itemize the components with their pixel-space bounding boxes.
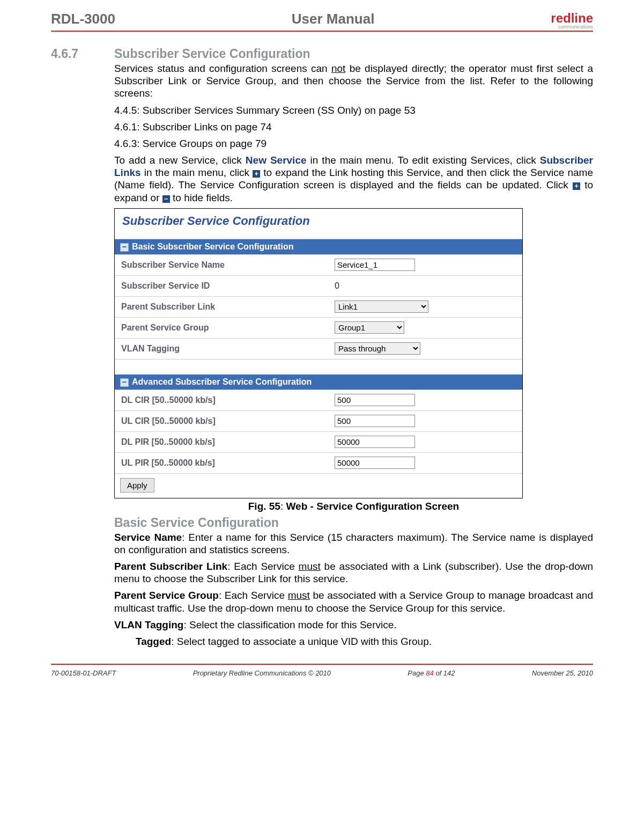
screenshot-title: Subscriber Service Configuration — [115, 209, 522, 239]
label-parent-link-desc: Parent Subscriber Link — [114, 561, 227, 572]
row-vlan-tagging: VLAN Tagging Pass through — [115, 338, 522, 359]
underline-must: must — [288, 590, 310, 601]
ref-line-2: 4.6.1: Subscriber Links on page 74 — [114, 121, 593, 133]
header-model: RDL-3000 — [51, 11, 115, 27]
section-gap — [115, 359, 522, 375]
ref-line-1: 4.4.5: Subscriber Services Summary Scree… — [114, 104, 593, 116]
advanced-section-header[interactable]: −Advanced Subscriber Service Configurati… — [115, 375, 522, 390]
footer-docnum: 70-00158-01-DRAFT — [51, 669, 116, 677]
footer-page: Page 84 of 142 — [408, 669, 455, 677]
apply-button[interactable]: Apply — [120, 478, 154, 493]
input-dl-pir[interactable] — [335, 436, 415, 448]
paragraph-instructions: To add a new Service, click New Service … — [114, 154, 593, 204]
label-service-id: Subscriber Service ID — [115, 278, 331, 294]
text: : Each Service — [219, 590, 288, 601]
text: : Select tagged to associate a unique VI… — [171, 636, 432, 647]
para-parent-group: Parent Service Group: Each Service must … — [114, 589, 593, 614]
section-number: 4.6.7 — [51, 47, 114, 61]
select-parent-group[interactable]: Group1 — [335, 321, 404, 334]
input-ul-cir[interactable] — [335, 415, 415, 427]
label-tagged: Tagged — [136, 636, 171, 647]
label-parent-link: Parent Subscriber Link — [115, 299, 331, 315]
input-service-name[interactable] — [335, 259, 415, 271]
row-dl-cir: DL CIR [50..50000 kb/s] — [115, 390, 522, 410]
text: : Enter a name for this Service (15 char… — [114, 532, 593, 555]
label-vlan-desc: VLAN Tagging — [114, 619, 183, 630]
minus-icon: − — [162, 195, 170, 203]
ref-line-3: 4.6.3: Service Groups on page 79 — [114, 137, 593, 150]
row-parent-group: Parent Service Group Group1 — [115, 317, 522, 338]
para-parent-link: Parent Subscriber Link: Each Service mus… — [114, 560, 593, 585]
select-vlan-tagging[interactable]: Pass through — [335, 342, 420, 355]
collapse-icon[interactable]: − — [120, 378, 129, 387]
text: to hide fields. — [170, 192, 233, 203]
underline-must: must — [299, 561, 321, 572]
text: : — [280, 501, 286, 512]
label-dl-cir: DL CIR [50..50000 kb/s] — [115, 392, 331, 408]
section-title: Subscriber Service Configuration — [114, 47, 310, 61]
link-new-service: New Service — [246, 155, 307, 166]
text: of 142 — [434, 669, 455, 677]
subheading-basic: Basic Service Configuration — [114, 516, 593, 530]
footer-copyright: Proprietary Redline Communications © 201… — [193, 669, 331, 677]
caption-title: Web - Service Configuration Screen — [286, 501, 460, 512]
row-ul-cir: UL CIR [50..50000 kb/s] — [115, 410, 522, 431]
row-parent-link: Parent Subscriber Link Link1 — [115, 296, 522, 317]
label-dl-pir: DL PIR [50..50000 kb/s] — [115, 434, 331, 450]
figure: Subscriber Service Configuration −Basic … — [114, 208, 593, 512]
figure-caption: Fig. 55: Web - Service Configuration Scr… — [114, 501, 593, 512]
text: To add a new Service, click — [114, 155, 246, 166]
label-parent-group: Parent Service Group — [115, 320, 331, 336]
label-parent-group-desc: Parent Service Group — [114, 590, 219, 601]
paragraph-intro: Services status and configuration screen… — [114, 62, 593, 100]
underline-not: not — [331, 63, 345, 74]
section-heading: 4.6.7 Subscriber Service Configuration — [51, 47, 593, 61]
row-ul-pir: UL PIR [50..50000 kb/s] — [115, 452, 522, 473]
footer-date: November 25, 2010 — [532, 669, 593, 677]
text: : Select the classification mode for thi… — [183, 619, 396, 630]
row-dl-pir: DL PIR [50..50000 kb/s] — [115, 431, 522, 452]
select-parent-link[interactable]: Link1 — [335, 300, 428, 313]
text: : Each Service — [227, 561, 298, 572]
value-service-id: 0 — [331, 279, 343, 293]
input-ul-pir[interactable] — [335, 457, 415, 469]
header-title: User Manual — [292, 11, 375, 27]
logo: redline communications — [551, 11, 593, 30]
text: in the main menu, click — [141, 167, 253, 178]
logo-text: redline — [551, 11, 593, 25]
label-ul-cir: UL CIR [50..50000 kb/s] — [115, 413, 331, 429]
input-dl-cir[interactable] — [335, 394, 415, 406]
para-tagged: Tagged: Select tagged to associate a uni… — [136, 635, 593, 648]
collapse-icon[interactable]: − — [120, 243, 129, 252]
config-screenshot: Subscriber Service Configuration −Basic … — [114, 208, 523, 498]
para-vlan-tagging: VLAN Tagging: Select the classification … — [114, 619, 593, 631]
para-service-name: Service Name: Enter a name for this Serv… — [114, 531, 593, 556]
row-service-name: Subscriber Service Name — [115, 254, 522, 275]
text: Page — [408, 669, 426, 677]
page-number: 84 — [426, 669, 433, 677]
label-service-name-desc: Service Name — [114, 532, 182, 543]
caption-fig-num: Fig. 55 — [248, 501, 280, 512]
page-footer: 70-00158-01-DRAFT Proprietary Redline Co… — [51, 664, 593, 677]
label-ul-pir: UL PIR [50..50000 kb/s] — [115, 455, 331, 471]
plus-icon: + — [573, 182, 580, 190]
apply-row: Apply — [115, 473, 522, 498]
label-service-name: Subscriber Service Name — [115, 257, 331, 273]
advanced-section-label: Advanced Subscriber Service Configuratio… — [132, 377, 312, 386]
basic-section-label: Basic Subscriber Service Configuration — [132, 242, 293, 251]
basic-section-header[interactable]: −Basic Subscriber Service Configuration — [115, 239, 522, 254]
row-service-id: Subscriber Service ID 0 — [115, 275, 522, 296]
page-header: RDL-3000 User Manual redline communicati… — [51, 11, 593, 32]
plus-icon: + — [253, 170, 260, 178]
text: in the main menu. To edit existing Servi… — [307, 155, 540, 166]
text: Services status and configuration screen… — [114, 63, 331, 74]
label-vlan-tagging: VLAN Tagging — [115, 341, 331, 357]
